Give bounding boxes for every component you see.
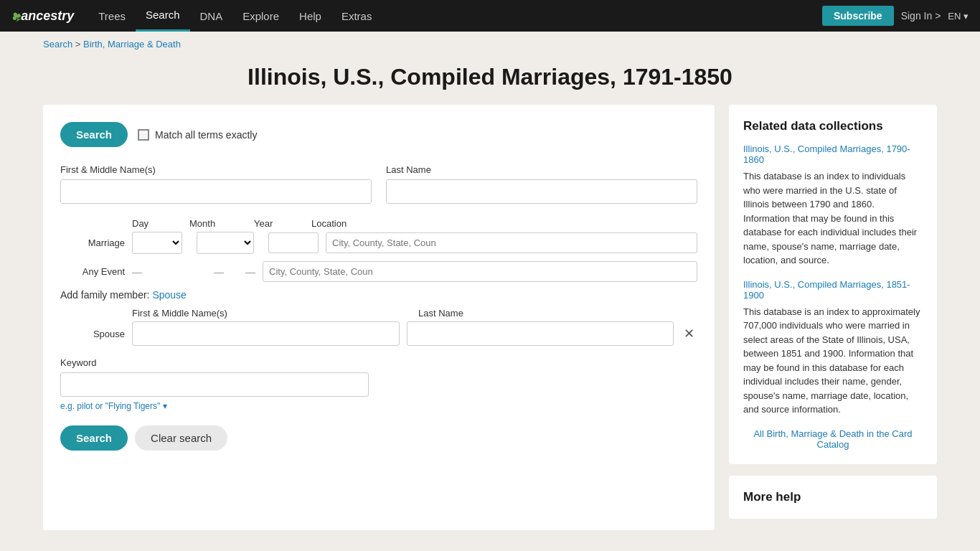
main-nav: ♣ ancestry Trees Search DNA Explore Help… bbox=[0, 0, 980, 32]
last-name-input[interactable] bbox=[386, 179, 697, 204]
nav-links: Trees Search DNA Explore Help Extras bbox=[88, 0, 822, 32]
any-event-year-dash: — bbox=[245, 266, 255, 278]
spouse-row: Spouse ✕ bbox=[60, 321, 697, 346]
spouse-label: Spouse bbox=[60, 329, 125, 339]
date-headers: Day Month Year Location bbox=[132, 218, 697, 229]
any-event-label: Any Event bbox=[60, 266, 125, 277]
add-family-label: Add family member: Spouse bbox=[60, 289, 697, 301]
keyword-section: Keyword e.g. pilot or "Flying Tigers" ▾ bbox=[60, 357, 697, 411]
logo[interactable]: ♣ ancestry bbox=[11, 8, 74, 24]
spouse-close-button[interactable]: ✕ bbox=[681, 326, 697, 342]
breadcrumb-search[interactable]: Search bbox=[43, 39, 72, 50]
main-layout: Search Match all terms exactly First & M… bbox=[0, 105, 980, 551]
sidebar: Related data collections Illinois, U.S.,… bbox=[729, 105, 937, 530]
bottom-buttons: Search Clear search bbox=[60, 425, 697, 451]
any-event-day-dash: — bbox=[132, 266, 142, 278]
marriage-month-select[interactable]: JanFebMarAprMayJunJulAugSepOctNovDec bbox=[197, 232, 254, 254]
add-family-section: Add family member: Spouse First & Middle… bbox=[60, 289, 697, 346]
name-row: First & Middle Name(s) Last Name bbox=[60, 164, 697, 204]
spouse-link[interactable]: Spouse bbox=[152, 289, 186, 301]
more-help-title: More help bbox=[743, 490, 923, 504]
collection-desc-1: This database is an index to approximate… bbox=[743, 305, 923, 417]
logo-text: ancestry bbox=[21, 9, 74, 24]
keyword-hint[interactable]: e.g. pilot or "Flying Tigers" ▾ bbox=[60, 401, 697, 411]
last-name-group: Last Name bbox=[386, 164, 697, 204]
more-help-card: More help bbox=[729, 476, 937, 519]
keyword-input[interactable] bbox=[60, 372, 369, 397]
spouse-name-headers: First & Middle Name(s) Last Name bbox=[132, 308, 697, 319]
first-name-input[interactable] bbox=[60, 179, 372, 204]
month-header: Month bbox=[189, 218, 247, 229]
related-collections-card: Related data collections Illinois, U.S.,… bbox=[729, 105, 937, 464]
any-event-location-input[interactable] bbox=[263, 261, 697, 282]
collection-link-1[interactable]: Illinois, U.S., Compiled Marriages, 1851… bbox=[743, 279, 923, 301]
match-label[interactable]: Match all terms exactly bbox=[138, 129, 257, 141]
year-header: Year bbox=[254, 218, 304, 229]
page-title: Illinois, U.S., Compiled Marriages, 1791… bbox=[0, 57, 980, 105]
marriage-row: Marriage 1234567891011121314151617181920… bbox=[60, 232, 697, 254]
spouse-last-input[interactable] bbox=[407, 321, 674, 346]
nav-help[interactable]: Help bbox=[289, 0, 331, 32]
first-name-group: First & Middle Name(s) bbox=[60, 164, 372, 204]
collection-desc-0: This database is an index to individuals… bbox=[743, 169, 923, 268]
keyword-label: Keyword bbox=[60, 357, 697, 368]
marriage-year-input[interactable] bbox=[268, 232, 319, 253]
search-button-top[interactable]: Search bbox=[60, 122, 128, 147]
nav-right: Subscribe Sign In > EN ▾ bbox=[822, 6, 969, 26]
breadcrumb-category[interactable]: Birth, Marriage & Death bbox=[83, 39, 181, 50]
collection-link-0[interactable]: Illinois, U.S., Compiled Marriages, 1790… bbox=[743, 143, 923, 165]
spouse-first-header: First & Middle Name(s) bbox=[132, 308, 411, 319]
clear-search-button[interactable]: Clear search bbox=[135, 425, 227, 451]
breadcrumb-separator: > bbox=[75, 39, 83, 50]
any-event-month-dash: — bbox=[214, 266, 224, 278]
nav-trees[interactable]: Trees bbox=[88, 0, 136, 32]
breadcrumb: Search > Birth, Marriage & Death bbox=[0, 32, 980, 57]
spouse-first-input[interactable] bbox=[132, 321, 400, 346]
spouse-last-header: Last Name bbox=[418, 308, 697, 319]
marriage-day-select[interactable]: 1234567891011121314151617181920212223242… bbox=[132, 232, 182, 254]
lang-selector[interactable]: EN ▾ bbox=[948, 11, 969, 22]
nav-search[interactable]: Search bbox=[136, 0, 190, 32]
match-text: Match all terms exactly bbox=[155, 129, 257, 141]
day-header: Day bbox=[132, 218, 182, 229]
search-panel: Search Match all terms exactly First & M… bbox=[43, 105, 715, 530]
subscribe-button[interactable]: Subscribe bbox=[822, 6, 894, 26]
nav-dna[interactable]: DNA bbox=[190, 0, 233, 32]
all-collections-link[interactable]: All Birth, Marriage & Death in the Card … bbox=[743, 428, 923, 450]
nav-explore[interactable]: Explore bbox=[232, 0, 289, 32]
marriage-location-input[interactable] bbox=[326, 232, 697, 253]
nav-extras[interactable]: Extras bbox=[331, 0, 382, 32]
search-button-bottom[interactable]: Search bbox=[60, 425, 128, 451]
related-title: Related data collections bbox=[743, 119, 923, 133]
signin-link[interactable]: Sign In > bbox=[901, 10, 941, 22]
match-checkbox[interactable] bbox=[138, 129, 149, 141]
any-event-row: Any Event — — — bbox=[60, 261, 697, 282]
first-name-label: First & Middle Name(s) bbox=[60, 164, 372, 175]
last-name-label: Last Name bbox=[386, 164, 697, 175]
marriage-label: Marriage bbox=[60, 237, 125, 248]
search-top-row: Search Match all terms exactly bbox=[60, 122, 697, 147]
location-header: Location bbox=[311, 218, 697, 229]
